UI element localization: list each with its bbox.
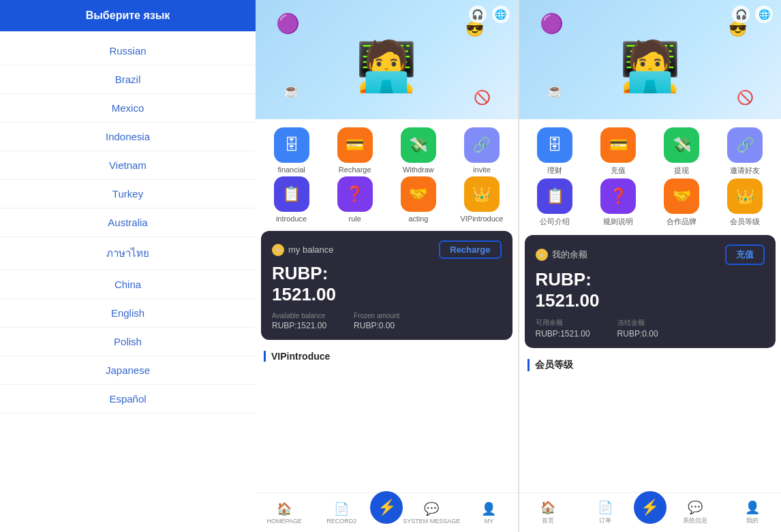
globe-icon-en[interactable]: 🌐 [492,5,510,23]
icon-grid-cn: 🗄理财💳充值💸提现🔗邀请好友📋公司介绍❓规则说明🤝合作品牌👑会员等级 [519,119,782,230]
coin-icon-cn: ● [536,249,548,261]
icon-item-invite[interactable]: 🔗invite [451,127,512,174]
balance-title-cn: 我的余额 [552,249,587,261]
balance-title-en: my balance [288,245,333,255]
nav-item-MY[interactable]: 👤MY [460,501,517,525]
icon-item-提现[interactable]: 💸提现 [652,127,712,176]
lang-item-ภาษาไทย[interactable]: ภาษาไทย [0,237,256,270]
nav-icon-我的: 👤 [745,500,760,515]
balance-amount-cn: RUBP: 1521.00 [536,269,765,311]
phone-cn-top-icons: 🎧 🌐 [732,5,773,23]
nav-item-订单[interactable]: 📄订单 [577,500,634,525]
nav-icon-首页: 🏠 [540,500,555,515]
coin-icon-en: ● [272,244,284,256]
lang-item-english[interactable]: English [0,299,256,328]
nav-item-RECORD2[interactable]: 📄RECORD2 [313,501,370,525]
icon-item-acting[interactable]: 🤝acting [388,176,448,223]
nav-label-首页: 首页 [542,516,554,525]
nav-label-SYSTEM MESSAGE: SYSTEM MESSAGE [403,518,460,525]
nav-item-系统信息[interactable]: 💬系统信息 [667,500,724,525]
nav-icon-订单: 📄 [598,500,613,515]
nav-icon-RECORD2: 📄 [334,501,349,516]
bottom-nav-en: 🏠HOMEPAGE📄RECORD2⚡💬SYSTEM MESSAGE👤MY [256,492,518,532]
lang-item-vietnam[interactable]: Vietnam [0,151,256,180]
nav-label-RECORD2: RECORD2 [326,518,356,525]
icon-item-Withdraw[interactable]: 💸Withdraw [388,127,448,174]
frozen-amount-cn: 冻结金额 RUBP:0.00 [617,318,658,339]
lang-item-polish[interactable]: Polish [0,328,256,356]
nav-item-SYSTEM MESSAGE[interactable]: 💬SYSTEM MESSAGE [403,501,460,525]
lang-item-australia[interactable]: Australia [0,208,256,237]
phone-cn: 🎧 🌐 🧑‍💻 🟣 😎 ☕ 🚫 🗄理财💳充值💸提现🔗邀请好友📋公司介绍❓规则说明… [519,0,782,532]
lang-item-indonesia[interactable]: Indonesia [0,123,256,151]
nav-center-bottom-nav-cn[interactable]: ⚡ [634,491,667,524]
lang-item-turkey[interactable]: Turkey [0,180,256,208]
icon-item-邀请好友[interactable]: 🔗邀请好友 [715,127,776,176]
balance-card-cn: ● 我的余额 充值 RUBP: 1521.00 可用余额 RUBP:1521.0… [525,235,776,348]
language-list: RussianBrazilMexicoIndonesiaVietnamTurke… [0,31,256,419]
nav-center-bottom-nav-en[interactable]: ⚡ [370,491,403,524]
nav-label-HOMEPAGE: HOMEPAGE [266,518,301,525]
icon-item-充值[interactable]: 💳充值 [588,127,649,176]
recharge-btn-cn[interactable]: 充值 [725,245,765,265]
icon-item-financial[interactable]: 🗄financial [261,127,322,174]
phones-area: 🎧 🌐 🧑‍💻 🟣 😎 ☕ 🚫 🗄financial💳Recharge💸With… [256,0,781,532]
recharge-btn-en[interactable]: Recharge [439,240,501,259]
nav-label-MY: MY [485,518,494,525]
nav-icon-MY: 👤 [481,501,496,516]
icon-item-introduce[interactable]: 📋introduce [261,176,322,223]
nav-label-我的: 我的 [746,516,759,525]
icon-item-Recharge[interactable]: 💳Recharge [324,127,385,174]
icon-item-rule[interactable]: ❓rule [324,176,385,223]
lang-item-russian[interactable]: Russian [0,37,256,65]
nav-label-系统信息: 系统信息 [683,516,707,525]
icon-item-规则说明[interactable]: ❓规则说明 [588,178,649,227]
vip-title-en: VIPintroduce [264,351,510,362]
icon-item-公司介绍[interactable]: 📋公司介绍 [525,178,585,227]
frozen-amount-en: Frozen amount RUBP:0.00 [354,312,399,330]
lang-item-brazil[interactable]: Brazil [0,65,256,94]
nav-icon-系统信息: 💬 [688,500,703,515]
icon-item-VIPintroduce[interactable]: 👑VIPintroduce [451,176,512,223]
icon-grid-en: 🗄financial💳Recharge💸Withdraw🔗invite📋intr… [256,119,518,225]
available-balance-en: Available balance RUBP:1521.00 [272,312,326,330]
phone-en-top-icons: 🎧 🌐 [469,5,510,23]
icon-item-合作品牌[interactable]: 🤝合作品牌 [652,178,712,227]
icon-item-会员等级[interactable]: 👑会员等级 [715,178,776,227]
vip-section-cn: 会员等级 [519,354,782,378]
nav-icon-HOMEPAGE: 🏠 [277,501,292,516]
headset-icon-en[interactable]: 🎧 [469,5,487,23]
vip-section-en: VIPintroduce [256,345,518,369]
lang-item-español[interactable]: Español [0,385,256,413]
vip-title-cn: 会员等级 [527,359,774,371]
icon-item-理财[interactable]: 🗄理财 [525,127,585,176]
nav-icon-SYSTEM MESSAGE: 💬 [424,501,439,516]
nav-item-首页[interactable]: 🏠首页 [519,500,577,525]
nav-item-我的[interactable]: 👤我的 [724,500,781,525]
balance-amount-en: RUBP: 1521.00 [272,263,502,305]
bottom-nav-cn: 🏠首页📄订单⚡💬系统信息👤我的 [519,492,782,532]
headset-icon-cn[interactable]: 🎧 [732,5,750,23]
language-selector-panel: Выберите язык RussianBrazilMexicoIndones… [0,0,256,532]
balance-card-en: ● my balance Recharge RUBP: 1521.00 Avai… [261,231,512,340]
lang-item-mexico[interactable]: Mexico [0,94,256,123]
available-balance-cn: 可用余额 RUBP:1521.00 [536,318,590,339]
globe-icon-cn[interactable]: 🌐 [755,5,773,23]
lang-item-japanese[interactable]: Japanese [0,356,256,385]
nav-label-订单: 订单 [599,516,611,525]
language-selector-header: Выберите язык [0,0,256,31]
phone-en: 🎧 🌐 🧑‍💻 🟣 😎 ☕ 🚫 🗄financial💳Recharge💸With… [256,0,518,532]
lang-item-china[interactable]: China [0,270,256,299]
nav-item-HOMEPAGE[interactable]: 🏠HOMEPAGE [256,501,313,525]
